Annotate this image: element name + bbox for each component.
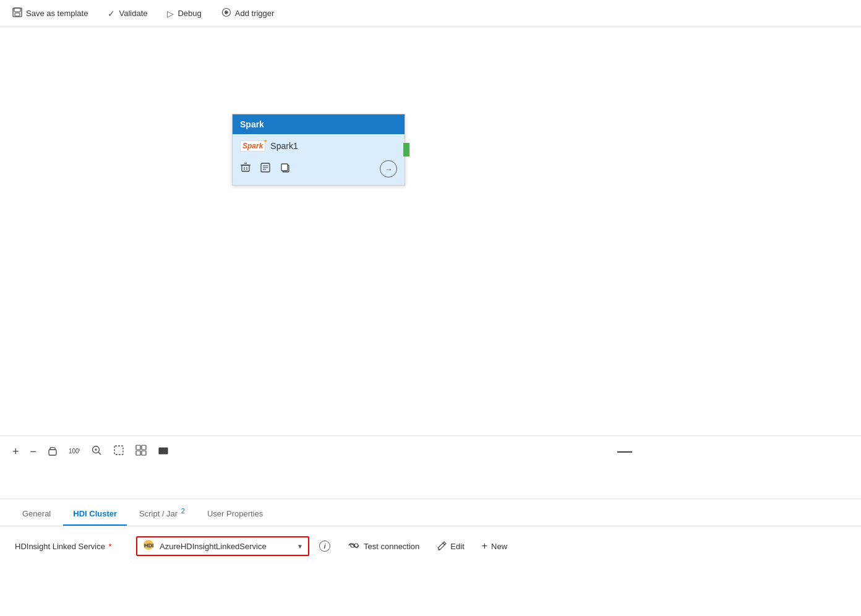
svg-line-19 <box>98 452 101 455</box>
linked-service-label: HDInsight Linked Service * <box>15 542 126 551</box>
spark-node-header: Spark <box>233 114 405 134</box>
save-as-template-button[interactable]: Save as template <box>12 7 88 19</box>
add-successor-button[interactable]: → <box>380 160 397 178</box>
svg-rect-27 <box>159 448 168 454</box>
spark-activity-node[interactable]: Spark Spark Spark1 <box>232 114 405 186</box>
fit-to-screen-icon[interactable]: 100% <box>69 445 80 459</box>
parameters-icon[interactable] <box>260 162 271 176</box>
svg-text:100%: 100% <box>69 448 80 455</box>
zoom-in-icon[interactable]: + <box>12 445 19 458</box>
svg-rect-15 <box>281 164 288 171</box>
validate-button[interactable]: ✓ Validate <box>108 9 147 19</box>
tab-hdi-cluster[interactable]: HDI Cluster <box>63 503 127 526</box>
spark-node-action-bar: → <box>240 160 397 178</box>
edit-label: Edit <box>450 542 464 551</box>
test-connection-label: Test connection <box>364 542 419 551</box>
linked-service-logo-icon: HDI <box>142 539 155 554</box>
new-plus-icon: + <box>482 541 487 552</box>
pipeline-canvas[interactable]: Spark Spark Spark1 <box>0 27 861 468</box>
svg-rect-5 <box>242 165 249 171</box>
required-indicator: * <box>109 542 112 551</box>
zoom-to-fit-icon[interactable] <box>91 445 102 459</box>
debug-button[interactable]: ▷ Debug <box>167 9 201 19</box>
save-template-label: Save as template <box>26 9 88 18</box>
svg-rect-23 <box>136 445 140 450</box>
svg-rect-16 <box>49 450 56 455</box>
validate-icon: ✓ <box>108 9 115 19</box>
script-jar-badge: 2 <box>181 507 185 515</box>
tab-general[interactable]: General <box>12 503 61 526</box>
svg-text:HDI: HDI <box>144 542 154 549</box>
debug-icon: ▷ <box>167 9 174 19</box>
save-template-icon <box>12 7 22 19</box>
spark-node-title-text: Spark <box>240 119 264 129</box>
hdi-cluster-content: HDInsight Linked Service * HDI AzureHDIn… <box>0 526 861 566</box>
trigger-icon <box>221 7 231 19</box>
dropdown-chevron-icon: ▼ <box>297 543 303 550</box>
marquee-zoom-icon[interactable] <box>113 445 124 459</box>
svg-rect-25 <box>136 451 140 455</box>
spark-logo-icon: Spark <box>240 140 265 152</box>
add-trigger-label: Add trigger <box>235 9 275 18</box>
svg-point-31 <box>354 544 358 547</box>
add-trigger-button[interactable]: Add trigger <box>221 7 275 19</box>
debug-label: Debug <box>178 9 201 18</box>
top-toolbar: Save as template ✓ Validate ▷ Debug Add … <box>0 0 861 27</box>
edit-button[interactable]: Edit <box>437 541 464 552</box>
svg-rect-1 <box>14 8 20 12</box>
auto-layout-icon[interactable] <box>135 445 147 459</box>
info-icon[interactable]: i <box>319 541 330 552</box>
svg-rect-26 <box>142 451 146 455</box>
lock-icon[interactable] <box>48 445 58 459</box>
bottom-properties-panel: General HDI Cluster Script / Jar 2 User … <box>0 498 861 616</box>
delete-icon[interactable] <box>240 162 251 176</box>
tab-script-jar[interactable]: Script / Jar 2 <box>129 501 195 526</box>
output-connector[interactable] <box>403 143 409 156</box>
tab-user-properties[interactable]: User Properties <box>197 503 273 526</box>
spark-node-activity-info: Spark Spark1 <box>240 140 397 152</box>
svg-rect-24 <box>142 445 146 450</box>
svg-rect-2 <box>15 13 20 16</box>
new-button[interactable]: + New <box>482 541 507 552</box>
svg-rect-22 <box>114 446 123 455</box>
properties-tab-bar: General HDI Cluster Script / Jar 2 User … <box>0 499 861 526</box>
copy-icon[interactable] <box>280 162 291 176</box>
spark-node-body: Spark Spark1 <box>233 134 405 185</box>
zoom-out-icon[interactable]: − <box>30 445 37 458</box>
test-connection-chain-icon <box>348 541 360 552</box>
linked-service-dropdown[interactable]: HDI AzureHDInsightLinkedService ▼ <box>136 536 309 556</box>
panel-resize-handle[interactable] <box>617 451 632 453</box>
zoom-toolbar: + − 100% <box>0 435 861 468</box>
validate-label: Validate <box>119 9 147 18</box>
linked-service-value: AzureHDInsightLinkedService <box>160 542 292 551</box>
new-label: New <box>491 542 507 551</box>
spark-activity-name: Spark1 <box>270 141 298 151</box>
edit-pencil-icon <box>437 541 447 552</box>
test-connection-button[interactable]: Test connection <box>348 541 419 552</box>
minimap-icon[interactable] <box>158 445 169 459</box>
